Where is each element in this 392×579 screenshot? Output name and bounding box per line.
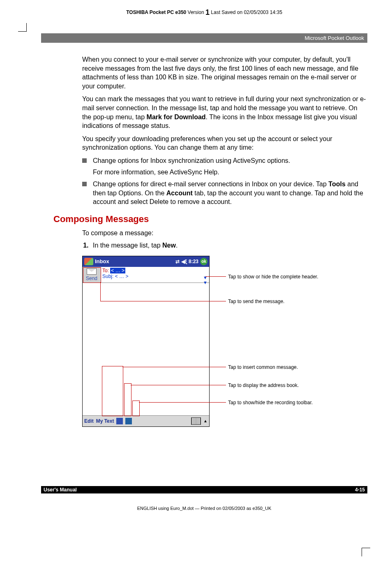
recording-icon[interactable]	[125, 418, 132, 424]
chapter-header: Microsoft Pocket Outlook	[41, 33, 367, 43]
paragraph-2: You can mark the messages that you want …	[82, 95, 367, 130]
callout-text: Tap to send the message.	[228, 299, 284, 304]
footer-bar: User's Manual 4-15	[41, 486, 367, 493]
callout-text: Tap to show or hide the complete header.	[228, 274, 318, 280]
callout-box-recording	[132, 401, 140, 416]
app-title: Inbox	[95, 258, 175, 264]
keyboard-icon[interactable]	[191, 417, 201, 425]
list-item: Change options for direct e-mail server …	[82, 180, 367, 206]
version-number: 1	[205, 8, 210, 16]
screenshot-figure: Inbox ⇄ ◀ξ 8:23 ok Send To: < … >	[82, 256, 362, 437]
section-heading: Composing Messages	[53, 214, 367, 225]
callout-box-addressbook	[124, 383, 131, 416]
footer-note: ENGLISH using Euro_M.dot — Printed on 02…	[41, 506, 367, 511]
edit-toolbar: Edit My Text ▲	[83, 415, 209, 426]
callout-text: Tap to show/hide the recording toolbar.	[228, 400, 313, 405]
running-header: TOSHIBA Pocket PC e350 Version 1 Last Sa…	[41, 8, 367, 17]
speaker-icon[interactable]: ◀ξ	[181, 259, 187, 264]
callout-box-send	[83, 267, 101, 283]
numbered-list: In the message list, tap New.	[82, 242, 367, 249]
version-label: Version	[188, 9, 204, 15]
connectivity-icon[interactable]: ⇄	[175, 259, 180, 264]
callout-text: Tap to insert common message.	[228, 364, 298, 370]
subject-field[interactable]: Subj: < … >	[102, 273, 208, 279]
windows-flag-icon[interactable]	[84, 258, 93, 265]
last-saved: Last Saved on 02/05/2003 14:35	[211, 9, 282, 15]
up-triangle-icon[interactable]: ▲	[203, 419, 208, 423]
address-book-icon[interactable]	[116, 418, 123, 424]
list-item: Change options for Inbox synchronization…	[82, 156, 367, 176]
to-field[interactable]: To: < … >	[102, 268, 208, 273]
footer-left: User's Manual	[44, 487, 77, 493]
callout-box-mytext	[102, 366, 123, 416]
page-number: 4-15	[355, 487, 365, 493]
device-frame: Inbox ⇄ ◀ξ 8:23 ok Send To: < … >	[82, 256, 210, 427]
compose-header: Send To: < … > Subj: < … > ▼▼	[83, 267, 209, 283]
ok-button[interactable]: ok	[200, 258, 208, 265]
intro-line: To compose a message:	[82, 229, 367, 238]
titlebar: Inbox ⇄ ◀ξ 8:23 ok	[83, 256, 209, 267]
paragraph-1: When you connect to your e-mail server o…	[82, 55, 367, 90]
mytext-menu[interactable]: My Text	[96, 418, 114, 424]
product-name: TOSHIBA Pocket PC e350	[126, 9, 186, 15]
bullet-list: Change options for Inbox synchronization…	[82, 156, 367, 206]
list-item: In the message list, tap New.	[90, 242, 367, 249]
clock-time: 8:23	[189, 259, 198, 264]
edit-menu[interactable]: Edit	[84, 418, 94, 424]
paragraph-3: You specify your downloading preferences…	[82, 134, 367, 152]
callout-text: Tap to display the address book.	[228, 382, 299, 388]
